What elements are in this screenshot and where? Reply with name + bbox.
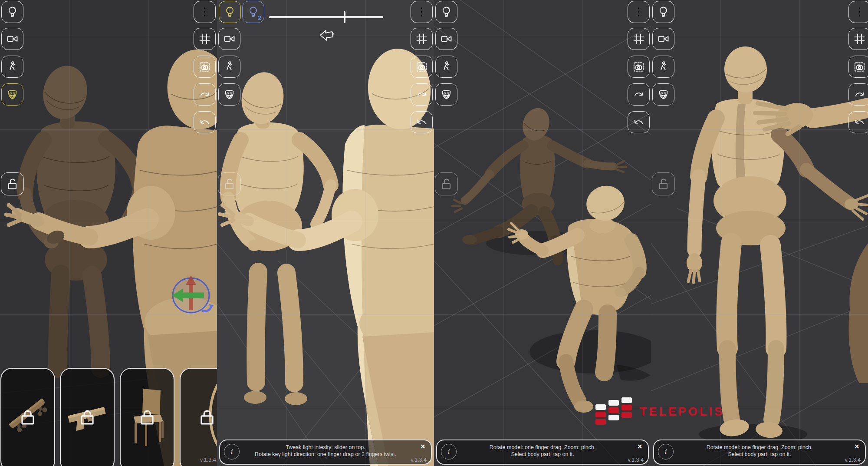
toast-line-2: Rotate key light direction: one finger d… xyxy=(220,451,431,458)
mask-icon xyxy=(6,88,19,101)
light-direction-arrow-icon[interactable] xyxy=(316,26,338,47)
redo-icon xyxy=(415,88,428,101)
screenshot-icon xyxy=(198,60,211,73)
more-options-icon xyxy=(415,5,428,19)
version-label: v.1.3.4 xyxy=(628,457,644,463)
more-options-button[interactable] xyxy=(411,1,433,23)
lock-pose-button[interactable] xyxy=(218,172,241,195)
close-icon[interactable]: ✕ xyxy=(637,443,642,450)
redo-icon xyxy=(198,88,211,101)
undo-icon xyxy=(415,116,428,129)
camera-tool-button[interactable] xyxy=(652,28,674,50)
pose-figure-icon xyxy=(223,60,236,73)
redo-icon xyxy=(632,88,645,101)
light-tool-button[interactable] xyxy=(1,1,23,23)
info-icon[interactable]: i xyxy=(658,444,674,459)
grid-icon xyxy=(415,32,428,46)
info-icon[interactable]: i xyxy=(224,444,240,459)
lock-pose-button[interactable] xyxy=(435,172,458,195)
lock-pose-button[interactable] xyxy=(1,172,24,195)
version-label: v.1.3.4 xyxy=(200,457,216,463)
screenshot-icon xyxy=(632,60,645,73)
grid-icon xyxy=(198,32,211,46)
grid-toggle-button[interactable] xyxy=(411,28,433,50)
screenshot-button[interactable] xyxy=(194,56,216,78)
video-camera-icon xyxy=(657,32,670,46)
grid-icon xyxy=(853,32,866,46)
expression-tool-button[interactable] xyxy=(652,83,674,106)
viewport-scene-topdown[interactable] xyxy=(434,0,651,466)
more-options-icon xyxy=(632,5,645,19)
pose-tool-button[interactable] xyxy=(1,56,23,78)
brand-name: TELEPOLIS xyxy=(640,405,724,419)
undo-icon xyxy=(853,116,866,129)
video-camera-icon xyxy=(6,32,19,46)
pose-tool-button[interactable] xyxy=(652,56,674,78)
mask-icon xyxy=(440,88,453,101)
grid-toggle-button[interactable] xyxy=(848,28,868,50)
light-tool-button[interactable] xyxy=(652,1,674,23)
screenshot-button[interactable] xyxy=(411,56,433,78)
light-bulb-icon xyxy=(440,5,453,19)
undo-button[interactable] xyxy=(411,111,433,133)
more-options-button[interactable] xyxy=(848,1,868,23)
open-padlock-icon xyxy=(656,177,671,192)
light-bulb-icon xyxy=(657,5,670,19)
close-icon[interactable]: ✕ xyxy=(420,443,425,450)
viewport-scene-lit[interactable] xyxy=(217,0,434,466)
expression-tool-button[interactable] xyxy=(218,83,240,106)
light-count-badge: 2 xyxy=(258,14,261,21)
open-padlock-icon xyxy=(439,177,454,192)
expression-tool-button[interactable] xyxy=(435,83,457,106)
redo-button[interactable] xyxy=(194,83,216,106)
redo-button[interactable] xyxy=(411,83,433,106)
grid-toggle-button[interactable] xyxy=(194,28,216,50)
screenshot-button[interactable] xyxy=(628,56,650,78)
screenshot-icon xyxy=(415,60,428,73)
info-icon[interactable]: i xyxy=(441,444,457,459)
camera-tool-button[interactable] xyxy=(1,28,23,50)
camera-tool-button[interactable] xyxy=(218,28,240,50)
light-intensity-slider[interactable] xyxy=(269,16,383,18)
camera-tool-button[interactable] xyxy=(435,28,457,50)
locked-padlock-icon xyxy=(197,406,217,429)
light-tool-button[interactable] xyxy=(435,1,457,23)
viewport-scene-standing[interactable] xyxy=(651,0,868,466)
redo-button[interactable] xyxy=(848,83,868,106)
key-light-button[interactable] xyxy=(219,1,241,23)
undo-button[interactable] xyxy=(194,111,216,133)
more-options-button[interactable] xyxy=(194,1,216,23)
pose-figure-icon xyxy=(440,60,453,73)
open-padlock-icon xyxy=(5,177,20,192)
more-options-icon xyxy=(853,5,866,19)
more-options-button[interactable] xyxy=(628,1,650,23)
undo-icon xyxy=(198,116,211,129)
grid-toggle-button[interactable] xyxy=(628,28,650,50)
pose-figure-icon xyxy=(657,60,670,73)
prop-card-skateboard[interactable] xyxy=(0,368,55,466)
screenshot-button[interactable] xyxy=(848,56,868,78)
video-camera-icon xyxy=(440,32,453,46)
prop-card-bow[interactable] xyxy=(180,368,217,466)
mask-icon xyxy=(223,88,236,101)
hint-toast-rotate: i ✕ Rotate model: one finger drag. Zoom:… xyxy=(653,440,866,465)
expression-tool-button[interactable] xyxy=(1,83,23,106)
screenshot-collage: v.1.3.4 xyxy=(0,0,868,466)
close-icon[interactable]: ✕ xyxy=(854,443,859,450)
pose-figure-icon xyxy=(6,60,19,73)
redo-button[interactable] xyxy=(628,83,650,106)
pose-tool-button[interactable] xyxy=(218,56,240,78)
lock-pose-button[interactable] xyxy=(652,172,675,195)
pose-tool-button[interactable] xyxy=(435,56,457,78)
undo-button[interactable] xyxy=(628,111,650,133)
panel-3: i ✕ Rotate model: one finger drag. Zoom:… xyxy=(434,0,651,466)
prop-card-chair[interactable] xyxy=(120,368,174,466)
light-slider-marker[interactable] xyxy=(344,11,345,23)
locked-padlock-icon xyxy=(77,406,97,429)
prop-card-handgun[interactable] xyxy=(60,368,115,466)
undo-button[interactable] xyxy=(848,111,868,133)
toast-line-2: Select body part: tap on it. xyxy=(654,451,865,458)
second-light-button[interactable]: 2 xyxy=(242,1,264,23)
version-label: v.1.3.4 xyxy=(845,457,861,463)
telepolis-logo-icon xyxy=(595,397,633,426)
